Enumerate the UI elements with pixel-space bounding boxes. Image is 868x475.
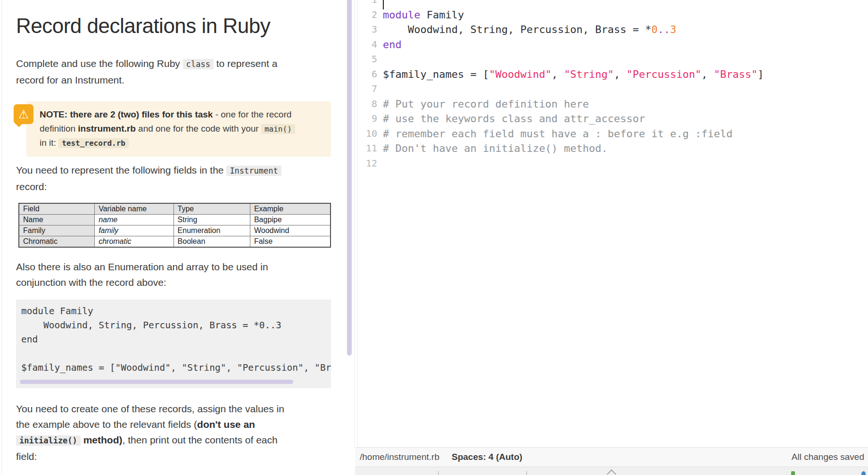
code-sample-text: module Family Woodwind, String, Percussi…	[21, 304, 331, 375]
code-line[interactable]: 8# Put your record definition here	[358, 97, 868, 112]
code-line[interactable]: 12	[358, 156, 868, 171]
code-line[interactable]: 5	[358, 52, 868, 67]
table-cell: chromatic	[95, 236, 174, 248]
enumeration-paragraph: Also there is also an Enumeration and ar…	[16, 259, 268, 290]
code-text: $family_names = ["Woodwind", "String", "…	[383, 67, 764, 82]
table-cell: String	[174, 215, 250, 225]
note-box: NOTE: there are 2 (two) files for this t…	[26, 101, 331, 157]
table-row: NamenameStringBagpipe	[19, 215, 331, 225]
table-cell: name	[95, 215, 174, 225]
text-line: conjunction with the record above:	[16, 275, 268, 290]
column-header: Example	[250, 203, 331, 215]
table-row: FamilyfamilyEnumerationWoodwind	[19, 225, 331, 236]
editor-lines: 12module Family3 Woodwind, String, Percu…	[358, 0, 868, 171]
line-number: 4	[358, 37, 377, 52]
bottom-toolbar	[355, 467, 868, 475]
file-path: /home/instrument.rb	[360, 452, 439, 462]
toolbar-icon-partial	[438, 471, 439, 475]
column-header: Type	[174, 203, 250, 215]
line-number: 3	[358, 22, 377, 37]
toolbar-status-icon	[861, 471, 866, 475]
text-line: Complete and use the following Ruby clas…	[16, 56, 277, 72]
column-header: Variable name	[95, 203, 174, 215]
text-cursor	[383, 0, 384, 9]
table-header-row: FieldVariable nameTypeExample	[19, 203, 331, 215]
code-line[interactable]: 2module Family	[358, 8, 868, 23]
table-cell: Boolean	[174, 236, 250, 248]
fields-paragraph: You need to represent the following fiel…	[16, 162, 281, 194]
code-line[interactable]: 10# remember each field must have a : be…	[358, 126, 868, 142]
code-text: # Don't have an initialize() method.	[383, 141, 608, 156]
line-number: 6	[358, 67, 377, 82]
line-number: 8	[358, 97, 377, 112]
code-sample-line: module Family	[21, 304, 331, 318]
text-line: field:	[16, 449, 284, 464]
table-cell: False	[250, 236, 331, 248]
text-line: Also there is also an Enumeration and ar…	[16, 259, 268, 275]
code-sample-line: Woodwind, String, Percussion, Brass = *0…	[21, 318, 331, 333]
editor-status-bar: /home/instrument.rb Spaces: 4 (Auto) All…	[355, 447, 868, 467]
table-cell: Enumeration	[174, 225, 250, 236]
text-line: initialize() method), then print out the…	[16, 432, 284, 449]
code-text: module Family	[383, 8, 464, 23]
text-line: the example above to the relevant fields…	[16, 417, 284, 432]
indentation-setting[interactable]: Spaces: 4 (Auto)	[452, 452, 522, 462]
line-number: 10	[358, 126, 377, 142]
save-status: All changes saved	[792, 452, 864, 462]
code-sample-block: module Family Woodwind, String, Percussi…	[16, 300, 331, 388]
code-editor[interactable]: 12module Family3 Woodwind, String, Percu…	[358, 0, 868, 447]
panel-left-border	[1, 0, 2, 475]
warning-triangle-glyph: ⚠	[18, 108, 29, 120]
code-sample-line: end	[21, 333, 331, 347]
vertical-scrollbar-thumb[interactable]	[347, 0, 352, 356]
line-number: 1	[358, 0, 377, 8]
code-text: # Put your record definition here	[383, 97, 589, 112]
table-cell: Woodwind	[250, 225, 331, 236]
code-text: # remember each field must have a : befo…	[383, 126, 733, 142]
code-text: # use the keywords class and attr_access…	[383, 111, 645, 126]
column-header: Field	[19, 203, 95, 215]
table-row: ChromaticchromaticBooleanFalse	[19, 236, 331, 248]
code-line[interactable]: 9# use the keywords class and attr_acces…	[358, 111, 868, 126]
code-line[interactable]: 1	[358, 0, 868, 8]
task-paragraph: You need to create one of these records,…	[16, 401, 284, 464]
line-number: 11	[358, 141, 377, 156]
text-line: NOTE: there are 2 (two) files for this t…	[40, 108, 323, 122]
code-text: Woodwind, String, Percussion, Brass = *0…	[383, 22, 677, 37]
intro-paragraph: Complete and use the following Ruby clas…	[16, 56, 277, 88]
horizontal-scrollbar-thumb[interactable]	[20, 380, 293, 384]
panel-divider-line	[355, 0, 355, 447]
line-number: 2	[358, 8, 377, 23]
page-title: Record declarations in Ruby	[16, 14, 270, 38]
code-line[interactable]: 11# Don't have an initialize() method.	[358, 141, 868, 156]
fields-table: FieldVariable nameTypeExampleNamenameStr…	[18, 203, 331, 248]
note-text: NOTE: there are 2 (two) files for this t…	[40, 108, 323, 150]
table-cell: Name	[19, 215, 95, 225]
toolbar-status-icon	[791, 471, 795, 475]
warning-icon: ⚠	[14, 104, 33, 124]
text-line: record:	[16, 179, 281, 194]
code-line[interactable]: 7	[358, 82, 868, 97]
code-text: end	[383, 37, 402, 52]
instructions-panel: Record declarations in Ruby Complete and…	[0, 0, 347, 475]
table-cell: Family	[19, 225, 95, 236]
text-line: record for an Instrument.	[16, 72, 277, 88]
fields-table-wrap: FieldVariable nameTypeExampleNamenameStr…	[18, 203, 331, 248]
code-line[interactable]: 3 Woodwind, String, Percussion, Brass = …	[358, 22, 868, 37]
code-line[interactable]: 4end	[358, 37, 868, 52]
table-cell: Chromatic	[19, 236, 95, 248]
line-number: 5	[358, 52, 377, 67]
toolbar-icon-partial	[526, 471, 527, 475]
text-line: You need to create one of these records,…	[16, 401, 284, 417]
code-line[interactable]: 6$family_names = ["Woodwind", "String", …	[358, 67, 868, 82]
text-line: definition instrument.rb and one for the…	[40, 122, 323, 136]
code-sample-line: $family_names = ["Woodwind", "String", "…	[21, 361, 331, 375]
code-sample-line	[21, 347, 331, 361]
chevron-up-icon[interactable]	[607, 469, 616, 475]
table-cell: Bagpipe	[250, 215, 331, 225]
text-line: You need to represent the following fiel…	[16, 162, 281, 179]
line-number: 12	[358, 156, 377, 171]
table-cell: family	[95, 225, 174, 236]
line-number: 7	[358, 82, 377, 97]
text-line: in it: test_record.rb	[40, 136, 323, 150]
